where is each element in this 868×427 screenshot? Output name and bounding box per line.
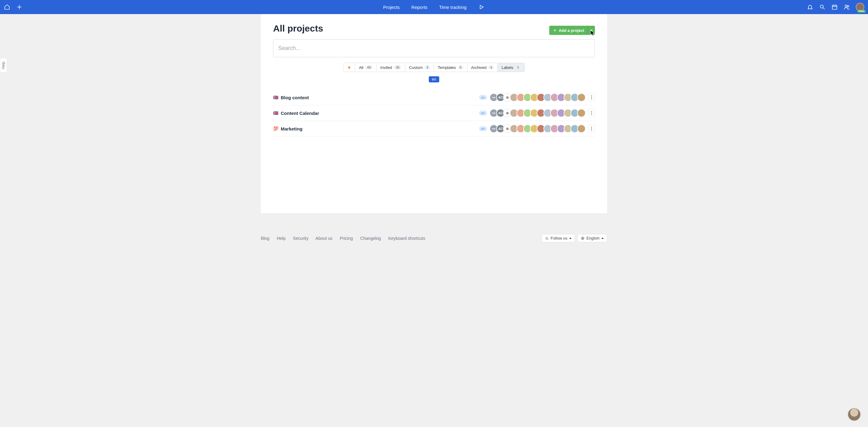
project-menu-button[interactable] — [588, 109, 595, 117]
home-icon[interactable] — [4, 4, 10, 10]
footer-security[interactable]: Security — [293, 236, 309, 241]
svg-point-15 — [591, 114, 592, 115]
footer-help[interactable]: Help — [277, 236, 286, 241]
avatar[interactable] — [577, 109, 586, 117]
filter-invited[interactable]: Invited 36 — [377, 63, 405, 72]
project-name[interactable]: Blog content — [281, 95, 309, 100]
filter-all[interactable]: All 48 — [355, 63, 377, 72]
new-icon[interactable] — [16, 4, 23, 10]
project-avatars: •••AC⚙ — [490, 109, 586, 117]
filter-custom[interactable]: Custom 3 — [405, 63, 434, 72]
svg-point-17 — [591, 128, 592, 129]
top-nav: Projects Reports Time tracking TRIAL — [0, 0, 868, 14]
nav-reports[interactable]: Reports — [411, 5, 428, 10]
help-tab[interactable]: Help — [0, 58, 6, 73]
search-icon[interactable] — [819, 4, 826, 10]
support-chat-avatar[interactable] — [847, 407, 861, 422]
footer-links: Blog Help Security About us Pricing Chan… — [261, 236, 431, 241]
svg-point-11 — [591, 97, 592, 98]
people-icon[interactable] — [843, 4, 850, 10]
nav-time-tracking[interactable]: Time tracking — [439, 5, 466, 10]
follow-us-button[interactable]: Follow us — [541, 234, 575, 242]
avatar[interactable] — [577, 93, 586, 102]
svg-point-13 — [591, 111, 592, 112]
project-lang-tag[interactable]: en — [479, 110, 487, 116]
project-row: 🇬🇧Content Calendaren•••AC⚙ — [273, 105, 595, 121]
project-name[interactable]: Content Calendar — [281, 110, 319, 116]
language-label: English — [586, 236, 599, 240]
filter-labels-count: 3 — [515, 65, 521, 69]
caret-up-icon — [569, 237, 571, 239]
add-project-wrap: ＋ Add a project — [549, 26, 595, 35]
plus-icon: ＋ — [553, 28, 557, 33]
nav-projects[interactable]: Projects — [383, 5, 400, 10]
project-lang-tag[interactable]: en — [479, 95, 487, 100]
project-menu-button[interactable] — [588, 93, 595, 102]
add-project-button[interactable]: ＋ Add a project — [549, 26, 588, 35]
filter-invited-label: Invited — [380, 65, 392, 70]
project-avatars: •••AC⚙ — [490, 93, 586, 102]
page-title: All projects — [273, 23, 323, 34]
svg-point-18 — [591, 130, 592, 131]
projects-card: All projects ＋ Add a project ★ — [261, 14, 607, 213]
project-emoji: 💯 — [273, 126, 278, 131]
filter-labels-label: Labels — [501, 65, 513, 70]
filter-tabs: ★ All 48 Invited 36 Custom 3 Templates 5 — [273, 63, 595, 72]
svg-point-9 — [847, 5, 849, 7]
add-project-dropdown-button[interactable] — [588, 26, 595, 35]
svg-point-14 — [591, 113, 592, 113]
svg-rect-4 — [832, 5, 837, 9]
play-icon[interactable] — [478, 4, 485, 10]
footer-shortcuts[interactable]: Keyboard shortcuts — [388, 236, 426, 241]
project-list: 🇬🇧Blog contenten•••AC⚙🇬🇧Content Calendar… — [273, 90, 595, 137]
project-lang-tag[interactable]: en — [479, 126, 487, 131]
project-menu-button[interactable] — [588, 124, 595, 133]
calendar-icon[interactable] — [831, 4, 838, 10]
footer-pricing[interactable]: Pricing — [340, 236, 353, 241]
label-chip-en[interactable]: en — [429, 76, 439, 83]
svg-point-8 — [845, 5, 847, 7]
project-avatars: •••AC⚙ — [490, 124, 586, 133]
filter-labels[interactable]: Labels 3 — [498, 63, 524, 72]
svg-line-3 — [823, 8, 825, 9]
notifications-icon[interactable] — [807, 4, 813, 10]
filter-templates-label: Templates — [438, 65, 456, 70]
trial-badge: TRIAL — [857, 10, 866, 12]
project-row: 💯Marketingen•••AC⚙ — [273, 121, 595, 137]
filter-templates-count: 5 — [458, 65, 463, 69]
filter-archived[interactable]: Archived 4 — [467, 63, 498, 72]
filter-all-label: All — [359, 65, 363, 70]
filter-templates[interactable]: Templates 5 — [434, 63, 467, 72]
profile-avatar[interactable]: TRIAL — [856, 3, 864, 11]
filter-archived-count: 4 — [488, 65, 494, 69]
project-emoji: 🇬🇧 — [273, 95, 278, 100]
add-project-label: Add a project — [559, 28, 584, 33]
star-icon: ★ — [347, 65, 351, 70]
follow-us-label: Follow us — [551, 236, 567, 240]
project-emoji: 🇬🇧 — [273, 110, 278, 116]
footer: Blog Help Security About us Pricing Chan… — [261, 234, 607, 242]
language-button[interactable]: English — [578, 234, 607, 242]
svg-point-16 — [591, 127, 592, 128]
filter-favorites[interactable]: ★ — [344, 63, 355, 72]
footer-changelog[interactable]: Changelog — [360, 236, 381, 241]
filter-invited-count: 36 — [394, 65, 401, 69]
footer-blog[interactable]: Blog — [261, 236, 270, 241]
avatar[interactable] — [577, 124, 586, 133]
svg-point-2 — [820, 5, 823, 8]
filter-all-count: 48 — [365, 65, 373, 69]
filter-custom-count: 3 — [425, 65, 430, 69]
caret-up-icon — [601, 237, 604, 239]
svg-point-10 — [591, 96, 592, 97]
footer-about[interactable]: About us — [315, 236, 332, 241]
search-input[interactable] — [273, 39, 595, 57]
project-name[interactable]: Marketing — [281, 126, 303, 131]
filter-custom-label: Custom — [409, 65, 423, 70]
filter-archived-label: Archived — [471, 65, 487, 70]
svg-point-12 — [591, 99, 592, 100]
project-row: 🇬🇧Blog contenten•••AC⚙ — [273, 90, 595, 105]
